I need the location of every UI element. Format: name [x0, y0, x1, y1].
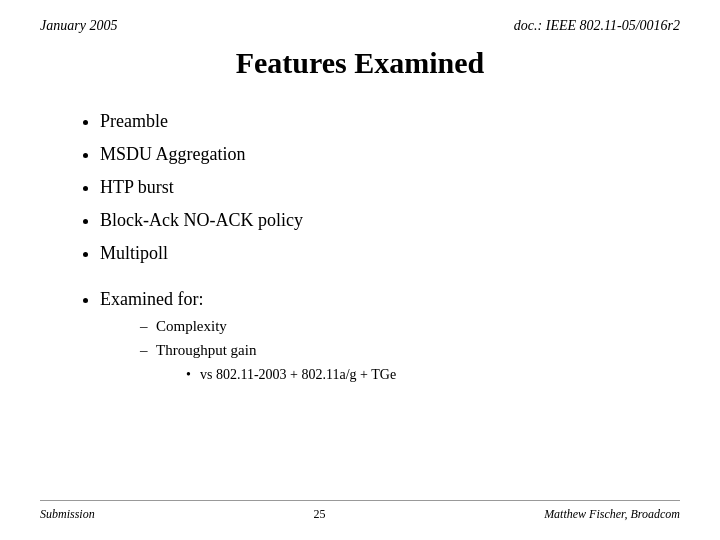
examined-section: Examined for: Complexity Throughput gain…	[70, 289, 680, 386]
list-item: Block-Ack NO-ACK policy	[100, 207, 680, 234]
header-date: January 2005	[40, 18, 117, 34]
footer-submission: Submission	[40, 507, 95, 522]
list-item: Preamble	[100, 108, 680, 135]
slide-header: January 2005 doc.: IEEE 802.11-05/0016r2	[40, 18, 680, 34]
slide: January 2005 doc.: IEEE 802.11-05/0016r2…	[0, 0, 720, 540]
sub-sub-list-item: vs 802.11-2003 + 802.11a/g + TGe	[186, 364, 680, 386]
sub-sub-list: vs 802.11-2003 + 802.11a/g + TGe	[156, 364, 680, 386]
list-item: Multipoll	[100, 240, 680, 267]
slide-content: Preamble MSDU Aggregation HTP burst Bloc…	[40, 108, 680, 500]
footer-page-number: 25	[313, 507, 325, 522]
sub-list-item: Complexity	[140, 314, 680, 338]
examined-item: Examined for: Complexity Throughput gain…	[100, 289, 680, 386]
list-item: MSDU Aggregation	[100, 141, 680, 168]
list-item: HTP burst	[100, 174, 680, 201]
examined-list: Examined for: Complexity Throughput gain…	[70, 289, 680, 386]
footer-author: Matthew Fischer, Broadcom	[544, 507, 680, 522]
examined-header: Examined for:	[100, 289, 203, 309]
slide-footer: Submission 25 Matthew Fischer, Broadcom	[40, 500, 680, 522]
sub-list-item: Throughput gain vs 802.11-2003 + 802.11a…	[140, 338, 680, 386]
feature-list: Preamble MSDU Aggregation HTP burst Bloc…	[70, 108, 680, 267]
slide-title: Features Examined	[40, 46, 680, 80]
sub-list: Complexity Throughput gain vs 802.11-200…	[100, 314, 680, 386]
header-doc: doc.: IEEE 802.11-05/0016r2	[514, 18, 680, 34]
